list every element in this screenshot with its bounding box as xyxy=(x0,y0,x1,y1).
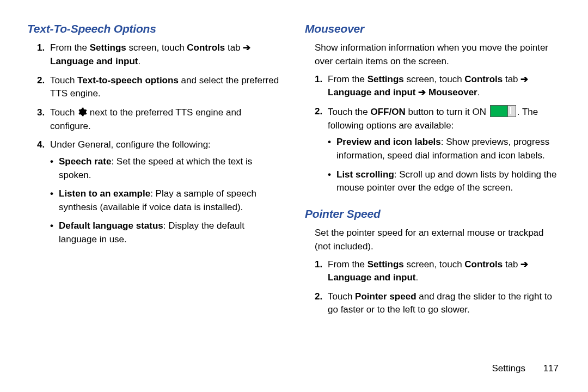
bullet-item: List scrolling: Scroll up and down lists… xyxy=(328,168,561,195)
step-body: From the Settings screen, touch Controls… xyxy=(50,41,283,68)
bullet-item: Listen to an example: Play a sample of s… xyxy=(50,187,283,214)
step: 3.Touch next to the preferred TTS engine… xyxy=(37,106,283,133)
steps-list: 1.From the Settings screen, touch Contro… xyxy=(305,73,561,200)
step-number: 1. xyxy=(315,258,328,285)
bullet-item: Default language status: Display the def… xyxy=(50,219,283,246)
steps-list: 1.From the Settings screen, touch Contro… xyxy=(305,258,561,317)
page-columns: Text-To-Speech Options 1.From the Settin… xyxy=(27,21,561,351)
section-intro: Show information information when you mo… xyxy=(315,41,561,68)
left-column: Text-To-Speech Options 1.From the Settin… xyxy=(27,21,283,351)
bullet-item: Preview and icon labels: Show previews, … xyxy=(328,136,561,162)
gear-icon xyxy=(77,107,87,117)
tts-steps: 1.From the Settings screen, touch Contro… xyxy=(27,41,283,252)
step-body: Touch next to the preferred TTS engine a… xyxy=(50,106,283,133)
step-number: 3. xyxy=(37,106,50,133)
step-body: From the Settings screen, touch Controls… xyxy=(328,73,561,100)
step-number: 2. xyxy=(315,105,328,200)
step: 1.From the Settings screen, touch Contro… xyxy=(37,41,283,68)
step-number: 2. xyxy=(37,74,50,101)
step: 2.Touch the OFF/ON button to turn it ON … xyxy=(315,105,561,200)
step-body: Under General, configure the following:S… xyxy=(50,138,283,252)
on-toggle-icon xyxy=(490,105,516,117)
step: 2.Touch Pointer speed and drag the slide… xyxy=(315,290,561,317)
step-body: Touch the OFF/ON button to turn it ON . … xyxy=(328,105,561,200)
heading-pointer-speed: Pointer Speed xyxy=(305,206,561,222)
step: 1.From the Settings screen, touch Contro… xyxy=(315,73,561,100)
step-body: Touch Pointer speed and drag the slider … xyxy=(328,290,561,317)
step: 2.Touch Text-to-speech options and selec… xyxy=(37,74,283,101)
bullet-list: Speech rate: Set the speed at which the … xyxy=(50,155,283,247)
step-number: 1. xyxy=(37,41,50,68)
step-number: 1. xyxy=(315,73,328,100)
step-number: 2. xyxy=(315,290,328,317)
heading-mouseover: Mouseover xyxy=(305,21,561,37)
step-number: 4. xyxy=(37,138,50,252)
step-body: Touch Text-to-speech options and select … xyxy=(50,74,283,101)
right-column: MouseoverShow information information wh… xyxy=(305,21,561,351)
bullet-item: Speech rate: Set the speed at which the … xyxy=(50,155,283,182)
step: 1.From the Settings screen, touch Contro… xyxy=(315,258,561,285)
footer-section: Settings xyxy=(492,363,525,373)
step-body: From the Settings screen, touch Controls… xyxy=(328,258,561,285)
page-footer: Settings 117 xyxy=(27,351,561,376)
bullet-list: Preview and icon labels: Show previews, … xyxy=(328,136,561,195)
heading-tts: Text-To-Speech Options xyxy=(27,21,283,37)
footer-page: 117 xyxy=(543,363,559,373)
section-intro: Set the pointer speed for an external mo… xyxy=(315,226,561,253)
step: 4.Under General, configure the following… xyxy=(37,138,283,252)
